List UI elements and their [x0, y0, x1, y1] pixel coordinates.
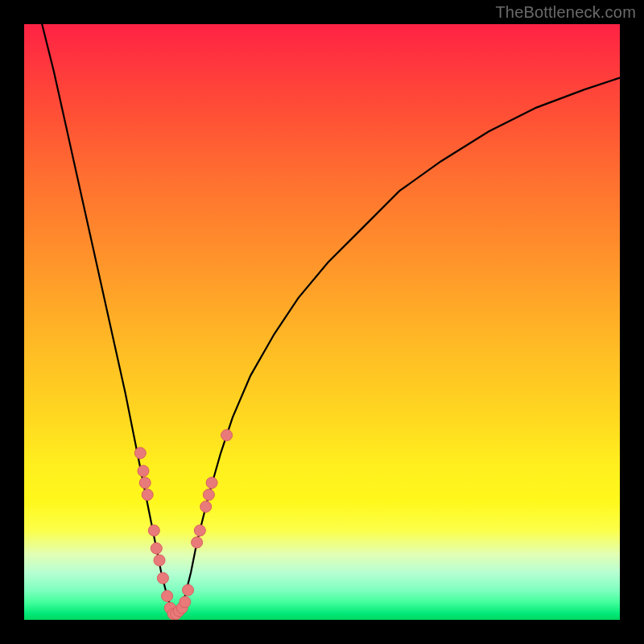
- chart-frame: TheBottleneck.com: [0, 0, 644, 644]
- plot-area: [24, 24, 620, 620]
- curve-layer: [24, 24, 620, 620]
- data-marker: [203, 489, 214, 501]
- data-markers: [134, 430, 232, 620]
- data-marker: [183, 584, 194, 596]
- data-marker: [200, 501, 212, 512]
- data-marker: [221, 430, 233, 441]
- data-marker: [192, 537, 203, 548]
- data-marker: [194, 525, 205, 536]
- data-marker: [142, 489, 153, 501]
- data-marker: [134, 448, 146, 459]
- data-marker: [139, 477, 151, 489]
- data-marker: [148, 525, 159, 536]
- data-marker: [154, 555, 165, 566]
- data-marker: [206, 477, 217, 489]
- data-marker: [138, 465, 149, 477]
- data-marker: [157, 572, 168, 584]
- watermark-text: TheBottleneck.com: [495, 3, 636, 22]
- data-marker: [180, 597, 191, 608]
- bottleneck-curve: [42, 24, 620, 614]
- data-marker: [162, 590, 173, 601]
- data-marker: [151, 543, 162, 554]
